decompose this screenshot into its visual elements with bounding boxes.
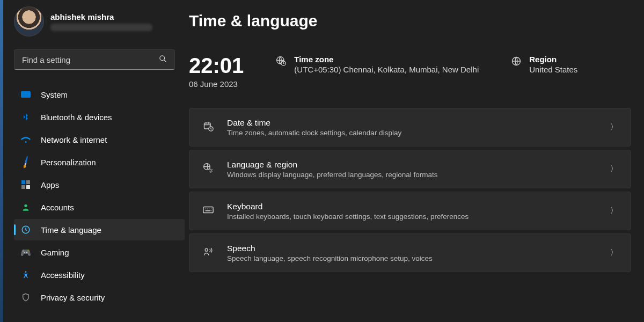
svg-line-1 [164,60,166,62]
search-input[interactable] [22,55,159,64]
svg-point-2 [24,204,27,207]
region-label: Region [529,55,577,64]
bluetooth-icon [20,112,31,122]
timezone-label: Time zone [294,55,479,64]
card-keyboard[interactable]: Keyboard Installed keyboards, touch keyb… [189,192,631,230]
svg-point-4 [25,271,27,273]
svg-text:字: 字 [209,169,213,173]
person-icon [20,202,31,213]
profile-email-redacted [50,24,152,31]
globe-clock-icon [276,56,287,69]
search-icon [159,55,167,64]
shield-icon [20,292,31,303]
sidebar-item-accounts[interactable]: Accounts [14,196,185,218]
gamepad-icon: 🎮 [20,247,31,258]
keyboard-icon [202,204,214,218]
card-title: Keyboard [227,202,597,211]
region-block: Region United States [511,55,577,74]
card-subtitle: Speech language, speech recognition micr… [227,254,597,262]
region-value: United States [529,65,577,74]
sidebar-item-accessibility[interactable]: Accessibility [14,264,185,286]
accessibility-icon [20,269,31,280]
apps-icon [20,179,31,190]
nav-list: System Bluetooth & devices Network & int… [14,84,185,308]
clock-globe-icon [20,224,31,235]
header-row: 22:01 06 June 2023 Time zone (UTC+05:30)… [189,55,631,89]
globe-char-icon: 字 [202,163,214,176]
clock-time: 22:01 [189,55,244,76]
sidebar-item-label: Bluetooth & devices [41,113,112,122]
sidebar-item-label: Privacy & security [41,293,105,302]
profile-name: abhishek mishra [50,12,152,21]
sidebar-item-system[interactable]: System [14,84,185,105]
profile-block[interactable]: abhishek mishra [14,6,181,36]
avatar [14,6,44,36]
sidebar: abhishek mishra System Bluetooth & devic… [3,0,184,322]
calendar-clock-icon [202,121,214,134]
card-title: Speech [227,244,597,253]
speech-icon [202,246,214,260]
sidebar-item-label: Accessibility [41,270,85,280]
card-title: Date & time [227,118,597,128]
settings-cards: Date & time Time zones, automatic clock … [189,108,631,272]
chevron-right-icon: 〉 [610,206,618,216]
svg-point-0 [160,56,165,61]
sidebar-item-bluetooth[interactable]: Bluetooth & devices [14,106,185,128]
sidebar-item-label: Accounts [41,203,74,212]
sidebar-item-label: System [41,90,68,99]
sidebar-item-apps[interactable]: Apps [14,174,185,195]
clock-date: 06 June 2023 [189,79,244,89]
chevron-right-icon: 〉 [610,164,618,174]
card-subtitle: Time zones, automatic clock settings, ca… [227,129,597,137]
sidebar-item-gaming[interactable]: 🎮 Gaming [14,241,185,263]
sidebar-item-label: Network & internet [41,135,107,144]
chevron-right-icon: 〉 [610,122,618,132]
card-date-time[interactable]: Date & time Time zones, automatic clock … [189,108,631,147]
search-box[interactable] [14,49,175,70]
card-speech[interactable]: Speech Speech language, speech recogniti… [189,233,631,272]
card-subtitle: Installed keyboards, touch keyboard sett… [227,213,597,221]
card-language-region[interactable]: 字 Language & region Windows display lang… [189,150,631,188]
sidebar-item-time-language[interactable]: Time & language [14,219,185,240]
timezone-block: Time zone (UTC+05:30) Chennai, Kolkata, … [276,55,479,74]
timezone-value: (UTC+05:30) Chennai, Kolkata, Mumbai, Ne… [294,65,479,74]
globe-icon [511,56,522,69]
sidebar-item-label: Personalization [41,158,96,167]
sidebar-item-label: Gaming [41,248,69,257]
sidebar-item-label: Apps [41,180,59,189]
card-subtitle: Windows display language, preferred lang… [227,171,597,179]
sidebar-item-privacy[interactable]: Privacy & security [14,287,185,308]
sidebar-item-personalization[interactable]: 🖌️ Personalization [14,151,185,173]
sidebar-item-network[interactable]: Network & internet [14,129,185,150]
page-title: Time & language [189,12,631,30]
wifi-icon [20,134,31,145]
brush-icon: 🖌️ [18,155,33,169]
card-title: Language & region [227,160,597,170]
clock-block: 22:01 06 June 2023 [189,55,244,89]
sidebar-item-label: Time & language [41,225,101,235]
chevron-right-icon: 〉 [610,248,618,258]
svg-rect-12 [203,207,213,213]
main-content: Time & language 22:01 06 June 2023 Time … [184,0,644,322]
system-icon [20,89,31,100]
svg-point-13 [205,248,208,251]
